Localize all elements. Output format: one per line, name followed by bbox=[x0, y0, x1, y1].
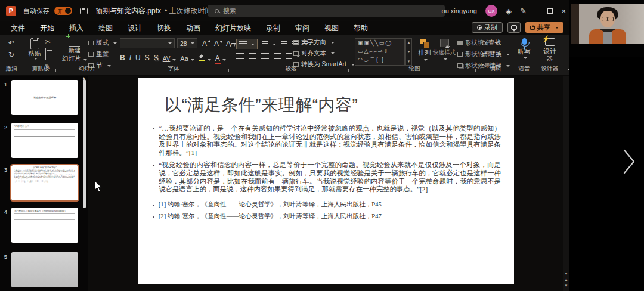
character-spacing-button[interactable]: AV bbox=[163, 52, 177, 63]
layout-button[interactable]: 版式 bbox=[88, 39, 117, 47]
tab-record[interactable]: 录制 bbox=[266, 23, 280, 33]
shapes-scroll-up-button[interactable]: ▴ bbox=[408, 40, 410, 45]
insights-diamond-icon[interactable]: ◈ bbox=[506, 7, 512, 15]
tab-view[interactable]: 视图 bbox=[324, 23, 339, 33]
toggle-knob-icon bbox=[65, 8, 71, 14]
thumbnails-scroll-up-icon[interactable]: ▴ bbox=[83, 75, 85, 79]
share-button[interactable]: 共享 bbox=[525, 22, 564, 33]
bullets-button[interactable] bbox=[236, 39, 258, 49]
slide-thumbnail-2[interactable]: “内容”指什么？ bbox=[11, 123, 78, 158]
replace-button[interactable]: ⇄替换 bbox=[482, 50, 510, 58]
search-input[interactable]: 搜索 bbox=[208, 5, 445, 17]
font-dialog-launcher[interactable] bbox=[226, 69, 229, 72]
previous-slide-button[interactable]: ▴ bbox=[565, 277, 568, 281]
slides-group: 新建 幻灯片 版式 重置 节 幻灯片 bbox=[58, 35, 116, 75]
shrink-font-button[interactable]: A bbox=[214, 40, 219, 47]
redo-button[interactable]: ↻ bbox=[8, 51, 14, 58]
clear-formatting-button[interactable]: A bbox=[226, 40, 231, 47]
change-case-button[interactable]: Aa bbox=[180, 52, 194, 63]
thumbnail-scrollbar[interactable] bbox=[83, 79, 86, 208]
align-text-button[interactable]: 对齐文本 bbox=[293, 49, 355, 58]
find-button[interactable]: 查找 bbox=[482, 39, 510, 47]
slide-thumbnail-4[interactable]: 另一种说法：意向可满足性（intentional fulfillability） bbox=[11, 208, 78, 243]
paragraph-group-label: 段落 bbox=[231, 65, 351, 73]
clipboard-dialog-launcher[interactable] bbox=[53, 69, 56, 72]
new-slide-button[interactable]: 新建 幻灯片 bbox=[63, 38, 86, 63]
designer-button[interactable]: ⚡ 设计器 bbox=[535, 38, 564, 63]
paste-button[interactable]: 粘贴 bbox=[27, 38, 42, 60]
quick-styles-button[interactable]: 快速样式 bbox=[434, 39, 455, 60]
arrange-button[interactable]: 排列 bbox=[416, 39, 434, 61]
current-slide[interactable]: 以“满足条件”来理解“内容” • “…我想要论证的，是一个在有关感知的哲学讨论中… bbox=[138, 78, 514, 284]
underline-button[interactable]: U bbox=[135, 54, 141, 61]
next-page-chevron[interactable] bbox=[621, 148, 637, 175]
slide-thumbnail-5[interactable] bbox=[11, 252, 78, 287]
text-direction-button[interactable]: 文字方向 bbox=[293, 38, 355, 47]
drawing-group: ▣▣╲╲▭◯ ▭△⌐⌐⇨⇩ ◠◡⌒{ } ▴ ▾ ▾ 排列 快速样式 bbox=[351, 35, 478, 75]
font-size-select[interactable]: 28 bbox=[177, 38, 197, 48]
microphone-icon bbox=[522, 38, 527, 45]
slide-thumbnail-1[interactable]: 准确条件的预期解释 bbox=[11, 80, 78, 115]
reset-button[interactable]: 重置 bbox=[88, 50, 117, 58]
italic-button[interactable]: I bbox=[129, 54, 131, 61]
font-name-select[interactable] bbox=[120, 38, 175, 48]
slide-body[interactable]: • “…我想要论证的，是一个在有关感知的哲学讨论中经常被忽略的观点，也就是说，视… bbox=[153, 125, 501, 222]
text-shadow-button[interactable]: S bbox=[154, 54, 159, 61]
slide-number: 2 bbox=[0, 123, 11, 158]
cut-button[interactable]: ✂ bbox=[45, 38, 51, 45]
autosave-toggle-state: 开 bbox=[57, 8, 63, 16]
close-button[interactable]: × bbox=[561, 7, 566, 15]
canvas-scrollbar[interactable]: ▾ ▴ ▾ bbox=[563, 76, 569, 291]
tab-insert[interactable]: 插入 bbox=[69, 23, 83, 33]
arrange-icon bbox=[420, 39, 429, 47]
shapes-gallery[interactable]: ▣▣╲╲▭◯ ▭△⌐⌐⇨⇩ ◠◡⌒{ } bbox=[355, 38, 405, 66]
tab-review[interactable]: 审阅 bbox=[295, 23, 309, 33]
dictate-button[interactable]: 听写 bbox=[513, 38, 535, 59]
scroll-down-icon[interactable]: ▾ bbox=[565, 271, 568, 275]
avatar[interactable]: OX bbox=[485, 5, 497, 17]
comments-button[interactable] bbox=[507, 22, 521, 33]
slide-title[interactable]: 以“满足条件”来理解“内容” bbox=[165, 94, 502, 116]
slide-canvas: 以“满足条件”来理解“内容” • “…我想要论证的，是一个在有关感知的哲学讨论中… bbox=[88, 76, 563, 291]
undo-button[interactable]: ↶ bbox=[8, 39, 14, 47]
decrease-indent-button[interactable] bbox=[281, 41, 287, 47]
grow-font-button[interactable]: A bbox=[202, 40, 207, 47]
workspace: ▴ 1 准确条件的预期解释 2 “内容”指什么？ bbox=[0, 76, 569, 291]
copy-button[interactable] bbox=[45, 49, 52, 60]
shapes-more-button[interactable]: ▾ bbox=[408, 59, 410, 64]
inking-pen-icon[interactable]: ✎ bbox=[520, 7, 527, 15]
autosave-toggle[interactable]: 开 bbox=[54, 7, 72, 15]
tab-draw[interactable]: 绘图 bbox=[98, 23, 113, 33]
save-icon[interactable] bbox=[80, 8, 88, 14]
powerpoint-app-icon[interactable]: P bbox=[6, 6, 16, 16]
tab-slideshow[interactable]: 幻灯片放映 bbox=[215, 23, 251, 33]
editing-group: 查找 ⇄替换 ↖选择 编辑 bbox=[478, 35, 513, 75]
tab-file[interactable]: 文件 bbox=[11, 23, 25, 33]
bullet-paragraph: • “…我想要论证的，是一个在有关感知的哲学讨论中经常被忽略的观点，也就是说，视… bbox=[153, 125, 501, 157]
document-title[interactable]: 预期与知觉内容.pptx bbox=[95, 6, 161, 16]
tab-animations[interactable]: 动画 bbox=[186, 23, 200, 33]
align-left-button[interactable] bbox=[236, 53, 244, 59]
paragraph-dialog-launcher[interactable] bbox=[346, 69, 349, 72]
strikethrough-button[interactable]: S bbox=[145, 54, 150, 61]
numbering-button[interactable] bbox=[262, 41, 276, 47]
minimize-button[interactable]: − bbox=[535, 7, 540, 15]
justify-button[interactable] bbox=[274, 53, 281, 59]
align-center-button[interactable] bbox=[249, 53, 256, 59]
tab-design[interactable]: 设计 bbox=[128, 23, 142, 33]
shapes-scroll-down-button[interactable]: ▾ bbox=[408, 49, 410, 54]
designer-group-label: 设计器 bbox=[535, 65, 564, 73]
account-name[interactable]: ou xingyang bbox=[442, 7, 477, 14]
align-right-button[interactable] bbox=[261, 53, 269, 59]
highlight-button[interactable] bbox=[199, 52, 211, 63]
tab-help[interactable]: 帮助 bbox=[354, 23, 368, 33]
slide-thumbnail-3-selected[interactable]: 以“满足条件”来理解“内容” “…我想要论证的，是一个在有关感知的哲学讨论中经常… bbox=[11, 165, 78, 200]
tab-home[interactable]: 开始 bbox=[40, 23, 54, 33]
maximize-button[interactable] bbox=[547, 8, 553, 14]
drawing-dialog-launcher[interactable] bbox=[473, 69, 476, 72]
record-button[interactable]: 录制 bbox=[472, 22, 503, 33]
next-slide-button[interactable]: ▾ bbox=[565, 283, 568, 287]
bold-button[interactable]: B bbox=[120, 54, 125, 61]
tab-transitions[interactable]: 切换 bbox=[157, 23, 171, 33]
font-color-button[interactable]: A bbox=[215, 52, 226, 63]
